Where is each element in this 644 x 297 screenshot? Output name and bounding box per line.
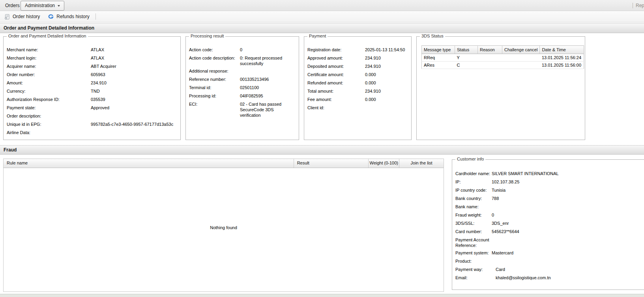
info-row: Payment state:Approved <box>7 105 177 111</box>
tab-administration-label: Administration <box>25 1 55 10</box>
info-row: Terminal id:02501100 <box>189 85 295 91</box>
field-value: SILVER SMART INTERNATIONAL <box>492 171 642 177</box>
field-label: Authorization Response ID: <box>7 97 91 103</box>
field-label: IP country code: <box>455 187 492 194</box>
info-row: Airline Data: <box>7 130 177 136</box>
field-label: Unique id in EPG: <box>7 121 91 128</box>
field-value <box>492 258 642 265</box>
info-row: Bank country:788 <box>455 196 642 202</box>
info-row: Action code:0 <box>189 47 295 53</box>
field-value: 0: Request processed successfully <box>240 55 295 66</box>
cell-message-type: RReq <box>422 54 455 62</box>
customer-info-legend: Customer info <box>455 157 485 161</box>
cell-reason <box>478 62 502 69</box>
order-info-legend: Order and Payment Detailed Information <box>7 34 88 38</box>
info-row: 3DS/SSL:3DS_enr <box>455 220 642 227</box>
field-value: 788 <box>492 196 642 202</box>
info-row: Merchant name:ATLAX <box>7 47 177 53</box>
tab-administration[interactable]: Administration <box>21 1 64 11</box>
info-row: Fraud weight:0 <box>455 212 642 219</box>
column-header-date-time[interactable]: Date & Time <box>540 46 584 54</box>
column-header-result[interactable]: Result <box>294 159 369 168</box>
info-row: ECI:02 - Card has passed SecureCode 3DS … <box>189 101 295 118</box>
field-label: Total amount: <box>307 88 365 95</box>
field-value: 234.910 <box>365 88 408 95</box>
fraud-grid-header: Rule name Result Weight (0-100) Join the… <box>4 159 444 168</box>
cell-date-time: 13.01.2025 11:56:00 <box>540 62 584 69</box>
field-label: Payment way: <box>455 267 492 273</box>
cell-status: Y <box>455 54 478 62</box>
field-label: IP: <box>455 179 492 185</box>
column-header-challenge-cancel[interactable]: Challenge cancel <box>502 46 540 54</box>
field-value: TND <box>91 88 177 95</box>
info-row: Fee amount:0.000 <box>307 97 408 103</box>
field-label: Acquirer name: <box>7 64 91 70</box>
field-value: Mastercard <box>492 250 642 256</box>
field-value: 234.910 <box>365 64 408 70</box>
column-header-join-the-list[interactable]: Join the list <box>399 159 444 168</box>
field-value: 2025-01-13 11:54:50 <box>365 47 408 53</box>
three-ds-header-row: Message type Status Reason Challenge can… <box>422 46 584 54</box>
field-label: Client id: <box>307 105 365 111</box>
cell-challenge-cancel <box>502 62 540 69</box>
empty-state-message: Nothing found <box>4 225 444 230</box>
field-value <box>240 68 295 75</box>
column-header-weight[interactable]: Weight (0-100) <box>369 159 399 168</box>
field-value: ABT Acquirer <box>91 64 177 70</box>
field-value <box>91 130 177 136</box>
field-value: 02 - Card has passed SecureCode 3DS veri… <box>240 101 295 118</box>
field-value: khaled@ssilogistique.com.tn <box>492 275 642 281</box>
field-value: 234.910 <box>91 80 177 86</box>
three-ds-fieldset: 3DS Status Message type Status Reason Ch… <box>416 36 585 140</box>
info-row: Client id: <box>307 105 408 111</box>
field-value: 02501100 <box>240 85 295 91</box>
field-label: Processing id: <box>189 93 240 99</box>
field-value: 04IF082595 <box>240 93 295 99</box>
refunds-history-icon <box>48 13 54 20</box>
cell-status: C <box>455 62 478 69</box>
info-row: Approved amount:234.910 <box>307 55 408 62</box>
column-header-rule-name[interactable]: Rule name <box>4 159 294 168</box>
field-label: Deposited amount: <box>307 64 365 70</box>
field-label: Refunded amount: <box>307 80 365 86</box>
field-label: Certificate amount: <box>307 72 365 78</box>
table-row[interactable]: RReq Y 13.01.2025 11:56:24 <box>422 54 584 62</box>
field-label: Email: <box>455 275 492 281</box>
info-row: Bank name: <box>455 204 642 210</box>
field-label: Cardholder name: <box>455 171 492 177</box>
info-row: Product: <box>455 258 642 265</box>
info-row: Merchant login:ATLAX <box>7 55 177 62</box>
field-label: Payment state: <box>7 105 91 111</box>
info-row: Order description: <box>7 113 177 120</box>
info-row: Acquirer name:ABT Acquirer <box>7 64 177 70</box>
field-label: Order description: <box>7 113 91 120</box>
refunds-history-button[interactable]: Refunds history <box>44 12 93 21</box>
field-label: Fee amount: <box>307 97 365 103</box>
field-label: Merchant name: <box>7 47 91 53</box>
info-row: Total amount:234.910 <box>307 88 408 95</box>
field-value: Approved <box>91 105 177 111</box>
field-label: Merchant login: <box>7 55 91 62</box>
info-row: Reference number:001335213496 <box>189 77 295 83</box>
order-history-button[interactable]: Order history <box>1 12 43 21</box>
info-row: Refunded amount:0.000 <box>307 80 408 86</box>
field-label: Additional response: <box>189 68 240 75</box>
column-header-status[interactable]: Status <box>455 46 478 54</box>
customer-info-fieldset: Customer info Cardholder name:SILVER SMA… <box>452 159 644 290</box>
field-value <box>365 105 408 111</box>
field-label: Reference number: <box>189 77 240 83</box>
field-label: Bank country: <box>455 196 492 202</box>
field-value <box>492 204 642 210</box>
top-tab-bar: Orders Administration Repo <box>0 0 644 11</box>
info-row: Action code description:0: Request proce… <box>189 55 295 66</box>
reports-link[interactable]: Repo <box>636 0 644 11</box>
info-row: Payment system:Mastercard <box>455 250 642 256</box>
processing-result-legend: Processing result <box>189 34 225 38</box>
field-label: Action code: <box>189 47 240 53</box>
column-header-reason[interactable]: Reason <box>478 46 502 54</box>
field-value <box>492 237 642 248</box>
field-value: ATLAX <box>91 47 177 53</box>
column-header-message-type[interactable]: Message type <box>422 46 455 54</box>
table-row[interactable]: ARes C 13.01.2025 11:56:00 <box>422 62 584 69</box>
info-row: IP country code:Tunisia <box>455 187 642 194</box>
